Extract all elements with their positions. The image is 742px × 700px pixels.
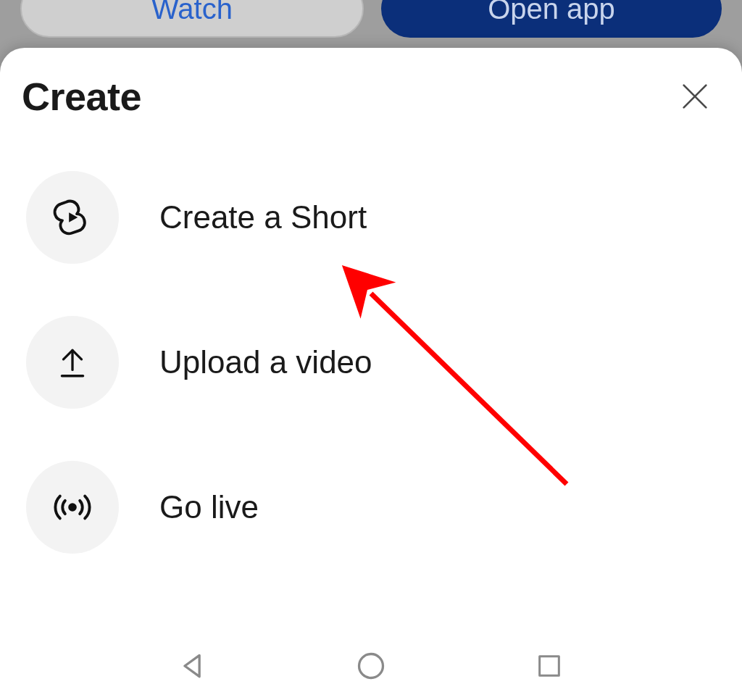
circle-home-icon [355, 650, 387, 682]
nav-home-button[interactable] [328, 644, 414, 688]
open-app-button-label: Open app [488, 0, 615, 25]
create-options-list: Create a Short Upload a video [22, 171, 720, 554]
open-app-button[interactable]: Open app [381, 0, 722, 38]
close-button[interactable] [674, 75, 716, 117]
nav-recent-button[interactable] [506, 644, 593, 688]
watch-button-label: Watch [151, 0, 233, 25]
square-recent-icon [535, 651, 564, 680]
shorts-icon [26, 171, 119, 264]
upload-video-label: Upload a video [159, 344, 372, 380]
go-live-label: Go live [159, 489, 259, 525]
sheet-header: Create [22, 74, 720, 119]
create-short-label: Create a Short [159, 199, 367, 236]
android-nav-bar [0, 631, 742, 700]
go-live-option[interactable]: Go live [26, 461, 720, 554]
sheet-title: Create [22, 74, 141, 119]
create-short-option[interactable]: Create a Short [26, 171, 720, 264]
upload-icon [26, 316, 119, 409]
svg-rect-7 [540, 656, 559, 675]
background-top-bar: Watch Open app [0, 0, 742, 49]
svg-point-4 [68, 503, 77, 512]
close-icon [678, 80, 712, 113]
triangle-back-icon [177, 650, 209, 682]
create-sheet: Create Create a Short [0, 48, 742, 631]
svg-point-6 [359, 654, 383, 678]
watch-button[interactable]: Watch [20, 0, 364, 38]
live-icon [26, 461, 119, 554]
upload-video-option[interactable]: Upload a video [26, 316, 720, 409]
nav-back-button[interactable] [149, 644, 236, 688]
